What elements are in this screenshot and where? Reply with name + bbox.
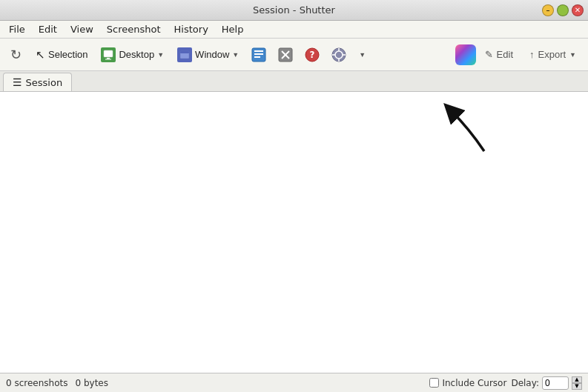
- desktop-label: Desktop: [119, 49, 154, 60]
- maximize-button[interactable]: [557, 4, 569, 16]
- export-label: Export: [538, 49, 566, 60]
- desktop-icon: [101, 47, 116, 62]
- delay-down-button[interactable]: ▼: [572, 383, 582, 390]
- menu-view[interactable]: View: [65, 22, 99, 36]
- menu-screenshot[interactable]: Screenshot: [101, 22, 167, 36]
- edit-icon: ✎: [485, 49, 493, 60]
- svg-rect-6: [254, 50, 263, 52]
- include-cursor-wrap: Include Cursor: [429, 378, 506, 388]
- delay-input[interactable]: [542, 376, 569, 390]
- svg-rect-7: [254, 53, 263, 55]
- session-tab-icon: ☰: [13, 76, 22, 88]
- selection-label: Selection: [48, 49, 87, 60]
- session-tab-label: Session: [26, 77, 63, 88]
- menu-file[interactable]: File: [3, 22, 31, 36]
- status-right: Include Cursor Delay: ▲ ▼: [429, 376, 582, 390]
- menu-help[interactable]: Help: [216, 22, 250, 36]
- tool-button-2[interactable]: [274, 43, 297, 67]
- svg-rect-1: [107, 58, 110, 59]
- screenshot-count: 0 screenshots: [6, 378, 68, 388]
- session-tab[interactable]: ☰ Session: [3, 73, 72, 91]
- byte-count: 0 bytes: [76, 378, 109, 388]
- arrow-annotation: [440, 99, 499, 161]
- status-left: 0 screenshots 0 bytes: [6, 378, 417, 388]
- window-dropdown-arrow: ▼: [232, 51, 239, 59]
- svg-text:?: ?: [310, 50, 315, 60]
- export-icon: ↑: [529, 49, 535, 60]
- window-label: Window: [195, 49, 229, 60]
- delay-up-button[interactable]: ▲: [572, 376, 582, 383]
- delay-control: Delay: ▲ ▼: [511, 376, 582, 390]
- window-controls: – ✕: [542, 4, 584, 16]
- window-title: Session - Shutter: [253, 4, 335, 16]
- selection-button[interactable]: ↖ Selection: [30, 45, 93, 64]
- include-cursor-checkbox[interactable]: [429, 378, 439, 388]
- more-dropdown-arrow: ▼: [359, 51, 366, 59]
- close-button[interactable]: ✕: [572, 4, 584, 16]
- status-bar: 0 screenshots 0 bytes Include Cursor Del…: [0, 373, 588, 392]
- reload-icon: ↻: [10, 47, 22, 63]
- export-button[interactable]: ↑ Export ▼: [522, 46, 584, 63]
- content-area: [0, 92, 588, 373]
- menu-history[interactable]: History: [168, 22, 214, 36]
- reload-button[interactable]: ↻: [4, 44, 27, 66]
- window-icon: [177, 47, 192, 62]
- menu-bar: File Edit View Screenshot History Help: [0, 21, 588, 39]
- edit-label: Edit: [497, 49, 513, 60]
- edit-button[interactable]: ✎ Edit: [478, 46, 521, 63]
- title-bar: Session - Shutter – ✕: [0, 0, 588, 21]
- cursor-icon: ↖: [36, 48, 45, 62]
- minimize-button[interactable]: –: [542, 4, 554, 16]
- export-dropdown-arrow: ▼: [569, 51, 576, 59]
- edit-export-group: ✎ Edit ↑ Export ▼: [455, 44, 584, 65]
- desktop-button[interactable]: Desktop ▼: [96, 44, 169, 65]
- delay-spinners: ▲ ▼: [572, 376, 582, 390]
- svg-rect-8: [254, 56, 260, 58]
- tool-button-4[interactable]: [327, 43, 351, 67]
- window-button[interactable]: Window ▼: [172, 44, 244, 65]
- shutter-icon: [455, 44, 476, 65]
- toolbar: ↻ ↖ Selection Desktop ▼ Window ▼: [0, 39, 588, 71]
- include-cursor-label: Include Cursor: [442, 378, 506, 388]
- tool-button-3[interactable]: ?: [300, 43, 324, 67]
- tool-button-1[interactable]: [247, 43, 271, 67]
- svg-rect-2: [105, 59, 111, 59]
- delay-label: Delay:: [511, 378, 539, 388]
- svg-rect-0: [104, 50, 113, 57]
- menu-edit[interactable]: Edit: [33, 22, 63, 36]
- desktop-dropdown-arrow: ▼: [157, 51, 164, 59]
- svg-rect-4: [180, 51, 189, 53]
- more-button[interactable]: ▼: [354, 48, 371, 62]
- tab-bar: ☰ Session: [0, 71, 588, 92]
